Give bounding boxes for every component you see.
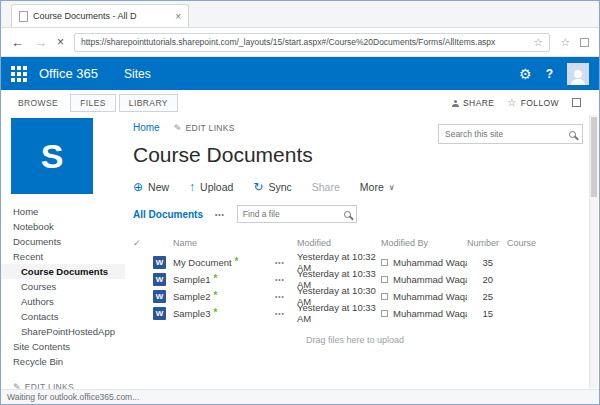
browser-tab[interactable]: Course Documents - All D × xyxy=(11,4,189,27)
avatar-head-icon xyxy=(574,70,582,78)
browser-window: Course Documents - All D × ← → × https:/… xyxy=(0,0,600,405)
sidebar-item-sharepointhostedapp[interactable]: SharePointHostedApp xyxy=(1,324,125,339)
follow-button[interactable]: ☆ FOLLOW xyxy=(507,98,559,108)
more-label: More xyxy=(360,181,384,193)
modified-by-link[interactable]: Muhammad Waqas xyxy=(393,308,467,319)
number-cell: 15 xyxy=(467,308,507,319)
page-favicon-icon xyxy=(19,11,28,22)
avatar-body-icon xyxy=(571,79,585,85)
sidebar-item-course-documents[interactable]: Course Documents xyxy=(1,264,125,279)
new-button[interactable]: ⊕ New xyxy=(133,181,169,193)
number-cell: 20 xyxy=(467,274,507,285)
row-menu-ellipsis-icon[interactable]: ••• xyxy=(275,259,297,266)
sidebar-item-documents[interactable]: Documents xyxy=(1,234,125,249)
modified-by-link[interactable]: Muhammad Waqas xyxy=(393,291,467,302)
find-file-search-icon[interactable] xyxy=(344,211,351,218)
share-label: Share xyxy=(312,181,340,193)
number-column-header[interactable]: Number xyxy=(467,238,507,248)
sidebar-item-notebook[interactable]: Notebook xyxy=(1,219,125,234)
back-button[interactable]: ← xyxy=(11,36,24,49)
word-document-icon: W xyxy=(153,256,166,269)
stop-button[interactable]: × xyxy=(57,36,64,48)
new-label: New xyxy=(148,181,169,193)
find-file-box[interactable] xyxy=(237,205,357,223)
modified-by-link[interactable]: Muhammad Waqas xyxy=(393,274,467,285)
modified-by-column-header[interactable]: Modified By xyxy=(381,238,467,248)
sidebar-item-authors[interactable]: Authors xyxy=(1,294,125,309)
upload-label: Upload xyxy=(200,181,233,193)
table-row[interactable]: W My Document* ••• Yesterday at 10:32 AM… xyxy=(133,251,577,268)
site-search-input[interactable] xyxy=(445,129,564,139)
search-icon[interactable] xyxy=(569,131,576,138)
command-bar: ⊕ New ↑ Upload ↻ Sync Share More ∨ xyxy=(133,181,585,193)
row-menu-ellipsis-icon[interactable]: ••• xyxy=(275,293,297,300)
row-menu-ellipsis-icon[interactable]: ••• xyxy=(275,310,297,317)
new-badge-icon: * xyxy=(214,274,218,284)
settings-gear-icon[interactable]: ⚙ xyxy=(519,67,532,81)
table-row[interactable]: W Sample3* ••• Yesterday at 10:33 AM Muh… xyxy=(133,302,577,319)
modified-column-header[interactable]: Modified xyxy=(297,238,381,248)
sidebar-item-recycle-bin[interactable]: Recycle Bin xyxy=(1,354,125,369)
vertical-scrollbar[interactable] xyxy=(589,115,598,388)
tab-browse[interactable]: BROWSE xyxy=(9,94,67,112)
drag-files-hint: Drag files here to upload xyxy=(133,335,577,345)
help-icon[interactable]: ? xyxy=(546,67,553,81)
name-column-header[interactable]: Name xyxy=(173,238,275,248)
view-all-documents[interactable]: All Documents xyxy=(133,209,203,220)
edit-links-button[interactable]: ✎ EDIT LINKS xyxy=(174,123,235,133)
status-text: Waiting for outlook.office365.com... xyxy=(7,392,139,402)
document-name-link[interactable]: Sample1 xyxy=(173,274,211,285)
new-badge-icon: * xyxy=(235,257,239,267)
sidebar-item-recent[interactable]: Recent xyxy=(1,249,125,264)
office365-brand[interactable]: Office 365 xyxy=(39,66,98,81)
share-site-button[interactable]: SHARE xyxy=(452,98,494,108)
favorites-icon[interactable]: ☆ xyxy=(560,37,570,48)
more-button[interactable]: More ∨ xyxy=(360,181,395,193)
word-document-icon: W xyxy=(153,273,166,286)
sync-button[interactable]: ↻ Sync xyxy=(253,181,291,193)
tab-library[interactable]: LIBRARY xyxy=(119,94,178,112)
sidebar-item-contacts[interactable]: Contacts xyxy=(1,309,125,324)
table-row[interactable]: W Sample1* ••• Yesterday at 10:33 AM Muh… xyxy=(133,268,577,285)
url-field[interactable]: https://sharepointtutorials.sharepoint.c… xyxy=(74,33,550,52)
site-logo[interactable]: S xyxy=(11,118,93,194)
document-name-link[interactable]: Sample3 xyxy=(173,308,211,319)
user-avatar[interactable] xyxy=(567,63,589,85)
sync-label: Sync xyxy=(268,181,291,193)
forward-button[interactable]: → xyxy=(34,36,47,49)
document-name-link[interactable]: My Document xyxy=(173,257,232,268)
tab-files[interactable]: FILES xyxy=(70,94,116,112)
site-search-box[interactable] xyxy=(438,124,583,144)
table-row[interactable]: W Sample2* ••• Yesterday at 10:30 AM Muh… xyxy=(133,285,577,302)
browser-menu-icon[interactable] xyxy=(580,38,589,47)
word-document-icon: W xyxy=(153,290,166,303)
course-column-header[interactable]: Course xyxy=(507,238,553,248)
presence-indicator-icon xyxy=(381,310,388,317)
focus-on-content-icon[interactable] xyxy=(572,98,581,107)
view-more-ellipsis-icon[interactable]: ••• xyxy=(215,211,225,218)
document-name-link[interactable]: Sample2 xyxy=(173,291,211,302)
url-text: https://sharepointtutorials.sharepoint.c… xyxy=(81,37,527,47)
app-launcher-icon[interactable] xyxy=(11,66,27,82)
bookmark-star-icon[interactable]: ☆ xyxy=(533,37,543,48)
breadcrumb-home-link[interactable]: Home xyxy=(133,122,160,133)
share-button[interactable]: Share xyxy=(312,181,340,193)
browser-status-bar: Waiting for outlook.office365.com... xyxy=(1,389,599,404)
view-bar: All Documents ••• xyxy=(133,205,585,223)
find-file-input[interactable] xyxy=(243,209,340,219)
modified-by-link[interactable]: Muhammad Waqas xyxy=(393,257,467,268)
sidebar: S Home Notebook Documents Recent Course … xyxy=(1,115,125,389)
sidebar-item-site-contents[interactable]: Site Contents xyxy=(1,339,125,354)
scrollbar-thumb[interactable] xyxy=(591,117,597,197)
upload-button[interactable]: ↑ Upload xyxy=(189,181,233,193)
select-all-check-icon[interactable]: ✓ xyxy=(133,238,153,248)
number-cell: 25 xyxy=(467,291,507,302)
tab-close-icon[interactable]: × xyxy=(175,11,181,22)
pencil-icon: ✎ xyxy=(174,123,182,133)
row-menu-ellipsis-icon[interactable]: ••• xyxy=(275,276,297,283)
sidebar-item-courses[interactable]: Courses xyxy=(1,279,125,294)
presence-indicator-icon xyxy=(381,276,388,283)
modified-cell: Yesterday at 10:33 AM xyxy=(297,302,381,324)
sidebar-item-home[interactable]: Home xyxy=(1,204,125,219)
edit-links-label: EDIT LINKS xyxy=(186,123,235,133)
